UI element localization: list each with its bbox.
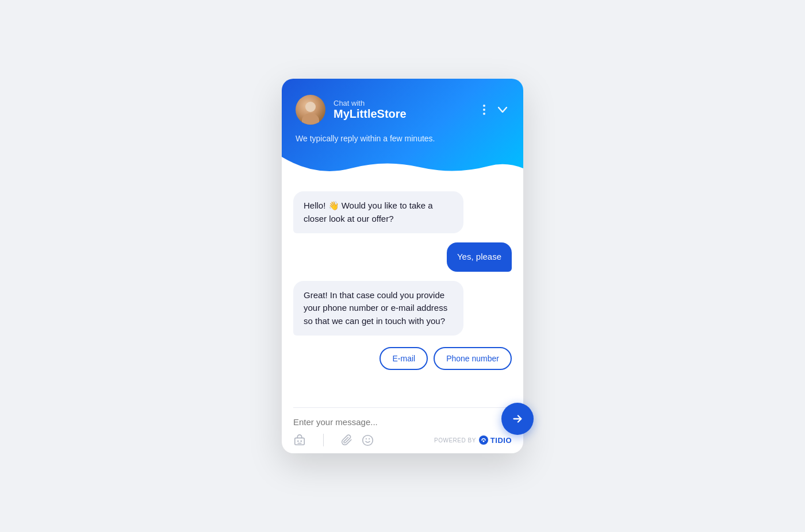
chat-messages: Hello! 👋 Would you like to take a closer…: [282, 178, 523, 407]
chat-widget: Chat with MyLittleStore: [282, 79, 523, 453]
bot-icon[interactable]: [293, 434, 306, 446]
store-name: MyLittleStore: [334, 107, 407, 121]
message-text-1: Hello! 👋 Would you like to take a closer…: [304, 201, 433, 223]
message-bot-2: Great! In that case could you provide yo…: [293, 281, 463, 336]
choice-buttons: E-mail Phone number: [293, 347, 512, 370]
toolbar-icons: [293, 434, 374, 446]
powered-by-label: POWERED BY: [434, 437, 476, 444]
email-choice-button[interactable]: E-mail: [379, 347, 428, 370]
input-toolbar: POWERED BY TIDIO: [293, 434, 512, 446]
svg-point-10: [479, 435, 488, 445]
message-bot-1: Hello! 👋 Would you like to take a closer…: [293, 191, 463, 233]
svg-point-4: [297, 440, 299, 442]
message-input[interactable]: [293, 417, 512, 427]
send-icon: [511, 413, 524, 425]
svg-rect-3: [295, 438, 305, 445]
powered-by: POWERED BY TIDIO: [434, 435, 512, 445]
header-actions: [481, 102, 509, 117]
more-options-icon: [483, 105, 485, 115]
svg-point-2: [483, 113, 485, 115]
tidio-brand-label: TIDIO: [490, 436, 512, 445]
chat-header: Chat with MyLittleStore: [282, 79, 523, 178]
svg-point-1: [483, 109, 485, 111]
svg-point-11: [482, 441, 484, 442]
attach-icon[interactable]: [341, 434, 352, 446]
tidio-logo: TIDIO: [479, 435, 512, 445]
header-wave: [282, 157, 523, 178]
send-button[interactable]: [501, 403, 534, 435]
message-text-2: Yes, please: [457, 252, 501, 261]
svg-point-7: [363, 435, 373, 445]
chat-title-block: Chat with MyLittleStore: [334, 99, 407, 121]
message-user-1: Yes, please: [447, 242, 512, 272]
svg-point-5: [300, 440, 302, 442]
more-options-button[interactable]: [481, 102, 488, 117]
toolbar-divider: [323, 434, 324, 446]
chat-with-label: Chat with: [334, 99, 407, 107]
avatar: [296, 95, 325, 125]
collapse-button[interactable]: [496, 105, 509, 115]
message-text-3: Great! In that case could you provide yo…: [304, 290, 447, 326]
phone-choice-button[interactable]: Phone number: [434, 347, 512, 370]
svg-point-0: [483, 105, 485, 107]
header-subtitle: We typically reply within a few minutes.: [296, 134, 509, 143]
tidio-logo-icon: [479, 435, 488, 445]
emoji-icon[interactable]: [362, 434, 374, 446]
chat-input-area: POWERED BY TIDIO: [282, 408, 523, 453]
chevron-down-icon: [498, 107, 507, 113]
